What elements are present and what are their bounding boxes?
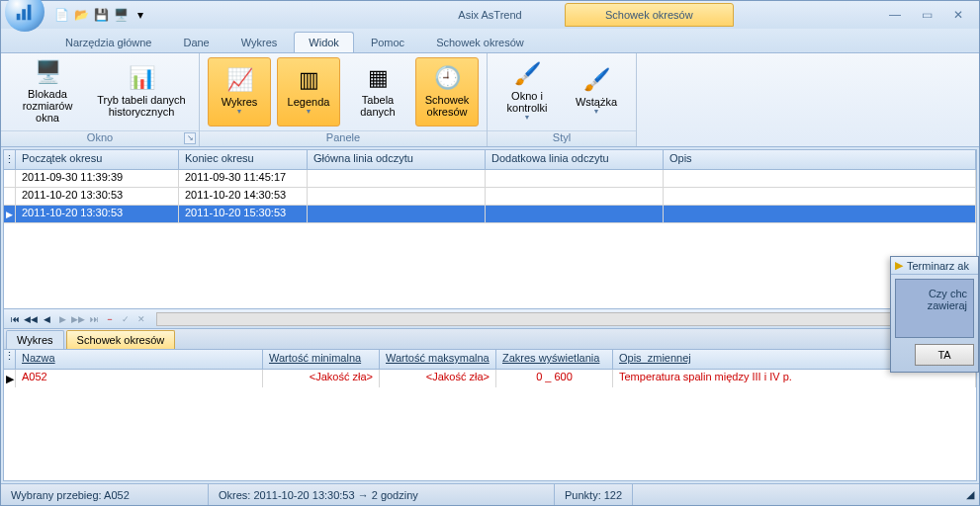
nav-first[interactable]: ⏮ xyxy=(8,312,22,326)
cell-start: 2011-10-20 13:30:53 xyxy=(16,188,179,205)
popup-line2: zawieraj xyxy=(902,299,967,311)
col-range[interactable]: Zakres wyświetlania xyxy=(496,350,613,369)
app-title: Asix AsTrend xyxy=(458,9,521,21)
content-area: ⋮ Początek okresu Koniec okresu Główna l… xyxy=(3,149,977,481)
panel-datatable-button[interactable]: ▦ Tabela danych xyxy=(346,57,409,126)
popup-body: Czy chc zawieraj xyxy=(895,279,974,338)
nav-last[interactable]: ⏭ xyxy=(87,312,101,326)
ribbon-tab-chart[interactable]: Wykres xyxy=(226,32,293,52)
svg-rect-2 xyxy=(28,5,32,21)
grid-body: 2011-09-30 11:39:39 2011-09-30 11:45:17 … xyxy=(4,170,976,308)
ribbon-tab-data[interactable]: Dane xyxy=(168,32,223,52)
popup-title: ▶ Terminarz ak xyxy=(891,257,978,275)
bottom-tabstrip: Wykres Schowek okresów xyxy=(4,328,976,350)
group-label: Panele xyxy=(326,131,360,143)
nav-prev-page[interactable]: ◀◀ xyxy=(24,312,38,326)
chevron-down-icon: ▼ xyxy=(306,108,312,116)
btn-label: Wykres xyxy=(222,96,258,108)
table-row[interactable]: ▶ 2011-10-20 13:30:53 2011-10-20 15:30:5… xyxy=(4,206,976,223)
chart-icon xyxy=(14,1,36,23)
qat-new[interactable]: 📄 xyxy=(52,6,70,24)
popup-button[interactable]: TA xyxy=(915,344,974,366)
col-extra-line[interactable]: Dodatkowa linia odczytu xyxy=(486,150,664,169)
style-ribbon-button[interactable]: 🖌️ Wstążka ▼ xyxy=(565,57,628,126)
nav-commit[interactable]: ✓ xyxy=(119,312,133,326)
chevron-down-icon: ▼ xyxy=(593,108,600,116)
table-row[interactable]: 2011-10-20 13:30:53 2011-10-20 14:30:53 xyxy=(4,188,976,206)
tab-period-clipboard[interactable]: Schowek okresów xyxy=(66,330,176,349)
svg-rect-0 xyxy=(17,14,21,20)
table-row[interactable]: 2011-09-30 11:39:39 2011-09-30 11:45:17 xyxy=(4,170,976,188)
row-selector-header[interactable]: ⋮ xyxy=(4,150,16,169)
table-icon: 📊 xyxy=(129,66,155,90)
nav-next[interactable]: ▶ xyxy=(55,312,69,326)
group-launcher[interactable]: ↘ xyxy=(184,132,196,144)
lock-window-size-button[interactable]: 🖥️ Blokada rozmiarów okna xyxy=(9,57,86,126)
svg-rect-1 xyxy=(22,9,26,20)
panel-chart-button[interactable]: 📈 Wykres ▼ xyxy=(208,57,271,126)
cell-name: A052 xyxy=(16,370,263,387)
cell-min: <Jakość zła> xyxy=(263,370,380,387)
col-end[interactable]: Koniec okresu xyxy=(179,150,308,169)
context-tab-header: Schowek okresów xyxy=(565,3,734,27)
ribbon: 🖥️ Blokada rozmiarów okna 📊 Tryb tabeli … xyxy=(1,52,979,147)
nav-cancel[interactable]: ✕ xyxy=(134,312,148,326)
qat-save[interactable]: 💾 xyxy=(92,6,110,24)
status-points: Punkty: 122 xyxy=(555,484,633,505)
horizontal-scrollbar[interactable] xyxy=(156,312,972,326)
maximize-button[interactable]: ▭ xyxy=(916,7,937,23)
cell-end: 2011-10-20 14:30:53 xyxy=(179,188,308,205)
panel-legend-button[interactable]: ▥ Legenda ▼ xyxy=(277,57,340,126)
axes-icon: 📈 xyxy=(226,68,253,92)
panel-clipboard-button[interactable]: 🕘 Schowek okresów xyxy=(415,57,479,126)
style-window-controls-button[interactable]: 🖌️ Okno i kontrolki ▼ xyxy=(495,57,559,126)
ribbon-tab-help[interactable]: Pomoc xyxy=(356,32,419,52)
brush-icon: 🖌️ xyxy=(514,62,541,86)
btn-label: Legenda xyxy=(288,96,330,108)
col-name[interactable]: Nazwa xyxy=(16,350,263,369)
quick-access-toolbar: 📄 📂 💾 🖥️ ▾ xyxy=(52,6,149,24)
ribbon-tab-tools[interactable]: Narzędzia główne xyxy=(50,32,166,52)
col-max[interactable]: Wartość maksymalna xyxy=(380,350,496,369)
minimize-button[interactable]: — xyxy=(884,7,906,23)
col-main-line[interactable]: Główna linia odczytu xyxy=(308,150,486,169)
tab-chart[interactable]: Wykres xyxy=(6,330,64,349)
col-min[interactable]: Wartość minimalna xyxy=(263,350,380,369)
status-period: Okres: 2011-10-20 13:30:53 → 2 godziny xyxy=(209,484,555,505)
legend-row[interactable]: ▶ A052 <Jakość zła> <Jakość zła> 0 _ 600… xyxy=(4,370,976,387)
clock-icon: 🕘 xyxy=(434,66,461,90)
cell-start: 2011-09-30 11:39:39 xyxy=(16,170,179,187)
col-desc[interactable]: Opis xyxy=(664,150,976,169)
ribbon-tab-view[interactable]: Widok xyxy=(294,32,354,52)
nav-next-page[interactable]: ▶▶ xyxy=(71,312,85,326)
app-window: 📄 📂 💾 🖥️ ▾ Asix AsTrend Schowek okresów … xyxy=(0,0,980,506)
btn-label: Wstążka xyxy=(576,96,617,108)
btn-label: Blokada rozmiarów okna xyxy=(10,88,85,124)
grid-icon: ▦ xyxy=(368,66,389,90)
col-start[interactable]: Początek okresu xyxy=(16,150,179,169)
ribbon-group-window: 🖥️ Blokada rozmiarów okna 📊 Tryb tabeli … xyxy=(1,53,200,146)
cell-start: 2011-10-20 13:30:53 xyxy=(16,206,179,222)
resize-grip[interactable]: ◢ xyxy=(961,488,979,501)
chevron-down-icon: ▼ xyxy=(524,114,531,122)
btn-label: Schowek okresów xyxy=(416,94,478,118)
window-controls: — ▭ ✕ xyxy=(884,7,979,23)
qat-customize[interactable]: ▾ xyxy=(132,6,149,24)
row-indicator-icon: ▶ xyxy=(4,370,16,387)
qat-open[interactable]: 📂 xyxy=(72,6,90,24)
periods-grid: ⋮ Początek okresu Koniec okresu Główna l… xyxy=(4,150,976,328)
nav-prev[interactable]: ◀ xyxy=(40,312,53,326)
history-table-mode-button[interactable]: 📊 Tryb tabeli danych historycznych xyxy=(92,57,191,126)
qat-screen[interactable]: 🖥️ xyxy=(112,6,130,24)
ribbon-group-panels: 📈 Wykres ▼ ▥ Legenda ▼ ▦ Tabela danych 🕘… xyxy=(200,53,488,146)
chevron-down-icon: ▼ xyxy=(236,108,243,116)
app-menu-orb[interactable] xyxy=(5,0,45,32)
status-bar: Wybrany przebieg: A052 Okres: 2011-10-20… xyxy=(1,483,979,505)
nav-delete[interactable]: − xyxy=(103,312,117,326)
row-selector-header[interactable]: ⋮ xyxy=(4,350,16,369)
ribbon-group-style: 🖌️ Okno i kontrolki ▼ 🖌️ Wstążka ▼ Styl xyxy=(488,53,637,146)
window-lock-icon: 🖥️ xyxy=(35,60,61,84)
close-button[interactable]: ✕ xyxy=(947,7,969,23)
ribbon-tab-clipboard[interactable]: Schowek okresów xyxy=(421,32,539,52)
grid-header: ⋮ Początek okresu Koniec okresu Główna l… xyxy=(4,150,976,170)
